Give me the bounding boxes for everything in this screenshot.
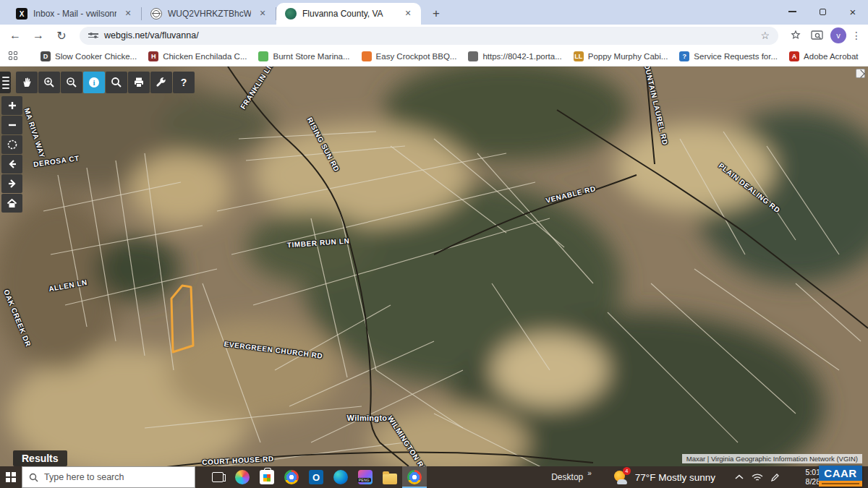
outlook-icon: O bbox=[309, 470, 323, 484]
task-view-icon bbox=[212, 472, 224, 482]
chrome-icon bbox=[284, 470, 299, 484]
start-button[interactable] bbox=[0, 466, 22, 488]
copilot-icon bbox=[235, 470, 250, 484]
designer-icon: PENG bbox=[358, 470, 373, 484]
tab-close-icon[interactable]: × bbox=[257, 8, 268, 20]
apps-grid-icon[interactable] bbox=[9, 51, 17, 61]
edge-icon bbox=[333, 470, 348, 484]
weather-text: 77°F Mostly sunny bbox=[635, 472, 715, 483]
forward-extent-button[interactable] bbox=[1, 174, 22, 193]
search-tabs-icon[interactable] bbox=[809, 27, 826, 44]
window-controls: × bbox=[777, 0, 868, 23]
globe-tab-favicon-icon bbox=[150, 8, 162, 20]
bookmark-list-icon[interactable] bbox=[787, 27, 804, 44]
geolocate-button[interactable] bbox=[1, 135, 22, 154]
bookmark-item[interactable]: AAdobe Acrobat bbox=[789, 51, 858, 61]
zoom-out-tool-button[interactable] bbox=[61, 72, 82, 93]
maximize-button[interactable] bbox=[807, 0, 838, 23]
identify-tool-button[interactable]: i bbox=[83, 72, 105, 93]
county-seal-favicon-icon bbox=[285, 8, 297, 20]
search-tool-button[interactable] bbox=[106, 72, 127, 93]
tab-close-icon[interactable]: × bbox=[402, 8, 414, 20]
forward-button[interactable]: → bbox=[29, 26, 48, 45]
map-menu-toggle[interactable] bbox=[0, 72, 11, 93]
show-hidden-icons-chevron[interactable] bbox=[734, 474, 744, 481]
clock-time: 5:01 bbox=[790, 468, 820, 477]
help-tool-button[interactable]: ? bbox=[173, 72, 195, 93]
chevron-expand-icon[interactable]: » bbox=[587, 469, 592, 477]
weather-widget[interactable]: 4 77°F Mostly sunny bbox=[613, 470, 715, 484]
file-explorer-taskbar-icon[interactable] bbox=[378, 466, 402, 488]
copilot-taskbar-icon[interactable] bbox=[230, 466, 255, 488]
pen-icon[interactable] bbox=[770, 473, 780, 482]
map-attribution: Maxar | Virginia Geographic Information … bbox=[682, 454, 862, 463]
bookmark-favicon-icon bbox=[468, 51, 478, 61]
bookmark-item[interactable]: ?Service Requests for... bbox=[679, 51, 778, 61]
bookmark-item[interactable]: https://8042-1.porta... bbox=[468, 51, 561, 61]
tab-close-icon[interactable]: × bbox=[122, 8, 134, 20]
back-extent-button[interactable] bbox=[1, 155, 22, 174]
caar-logo-orange-strip bbox=[819, 481, 862, 487]
bookmark-favicon-icon: D bbox=[41, 51, 51, 61]
bookmark-label: Poppy Murphy Cabi... bbox=[588, 52, 668, 61]
bookmark-label: Chicken Enchilada C... bbox=[163, 52, 247, 61]
new-tab-button[interactable]: + bbox=[427, 4, 446, 23]
bookmark-label: Slow Cooker Chicke... bbox=[55, 52, 137, 61]
wifi-icon[interactable] bbox=[752, 473, 763, 482]
close-window-button[interactable]: × bbox=[838, 0, 868, 23]
bookmark-item[interactable]: LLPoppy Murphy Cabi... bbox=[574, 51, 668, 61]
home-extent-button[interactable] bbox=[1, 194, 22, 213]
weather-sun-icon: 4 bbox=[613, 470, 629, 484]
results-panel-header[interactable]: Results bbox=[13, 450, 67, 466]
bookmark-item[interactable]: Burnt Store Marina... bbox=[258, 51, 349, 61]
zoom-out-button[interactable] bbox=[1, 116, 22, 134]
designer-taskbar-icon[interactable]: PENG bbox=[353, 466, 378, 488]
bookmark-item[interactable]: HChicken Enchilada C... bbox=[148, 51, 247, 61]
gis-map-viewport[interactable]: FRANKLIN LNMA RIVA WAYDEROSA CTRISING SU… bbox=[0, 67, 868, 466]
minimize-button[interactable] bbox=[777, 0, 807, 23]
bookmark-star-icon[interactable]: ☆ bbox=[760, 30, 770, 41]
map-tools-toolbar: i? bbox=[16, 72, 195, 93]
taskbar-clock[interactable]: 5:01 8/28 bbox=[790, 468, 820, 487]
map-zoom-toolbar bbox=[1, 96, 22, 213]
bookmark-favicon-icon: LL bbox=[574, 51, 584, 61]
chrome-active-icon bbox=[407, 470, 422, 484]
browser-menu-icon[interactable]: ⋮ bbox=[851, 30, 862, 41]
taskbar-search-box[interactable]: Type here to search bbox=[22, 466, 195, 488]
reload-button[interactable]: ↻ bbox=[52, 26, 71, 45]
pan-tool-button[interactable] bbox=[16, 72, 38, 93]
zoom-in-button[interactable] bbox=[1, 96, 22, 115]
url-text[interactable]: webgis.net/va/fluvanna/ bbox=[104, 30, 754, 40]
bookmark-label: Burnt Store Marina... bbox=[273, 52, 349, 61]
desktop-toolbar[interactable]: Desktop » bbox=[551, 472, 592, 482]
tab-title: Inbox - Mail - vwilsonrealtor@... bbox=[33, 9, 116, 19]
back-button[interactable]: ← bbox=[6, 26, 25, 45]
task-view-taskbar-icon[interactable] bbox=[205, 466, 230, 488]
address-bar[interactable]: webgis.net/va/fluvanna/ ☆ bbox=[80, 27, 778, 45]
clock-date: 8/28 bbox=[790, 477, 820, 487]
zoom-in-tool-button[interactable] bbox=[38, 72, 60, 93]
system-tray bbox=[734, 473, 780, 482]
microsoft-store-taskbar-icon[interactable] bbox=[255, 466, 279, 488]
app-badge: PENG bbox=[357, 478, 371, 482]
profile-avatar[interactable]: v bbox=[830, 27, 846, 43]
tab-wuq2[interactable]: WUQ2VHRKZTBhcWtHWVVjbX... × bbox=[142, 3, 276, 25]
map-overview-toggle-icon[interactable] bbox=[856, 69, 865, 78]
search-placeholder: Type here to search bbox=[44, 472, 124, 482]
bookmark-favicon-icon: ? bbox=[679, 51, 689, 61]
edge-taskbar-icon[interactable] bbox=[328, 466, 353, 488]
svg-text:?: ? bbox=[181, 77, 187, 88]
tab-title: Fluvanna County, VA bbox=[302, 9, 396, 19]
tools-tool-button[interactable] bbox=[150, 72, 172, 93]
site-settings-icon[interactable] bbox=[88, 33, 98, 38]
chrome-taskbar-icon[interactable] bbox=[279, 466, 304, 488]
bookmark-item[interactable]: DSlow Cooker Chicke... bbox=[41, 51, 137, 61]
tab-inbox-mail[interactable]: X Inbox - Mail - vwilsonrealtor@... × bbox=[7, 3, 141, 25]
chrome-active-taskbar-icon[interactable] bbox=[402, 466, 427, 488]
outlook-taskbar-icon[interactable]: O bbox=[304, 466, 328, 488]
tab-fluvanna-county-active[interactable]: Fluvanna County, VA × bbox=[276, 3, 421, 25]
print-tool-button[interactable] bbox=[128, 72, 150, 93]
bookmark-item[interactable]: Easy Crockpot BBQ... bbox=[362, 51, 457, 61]
microsoft-store-icon bbox=[260, 470, 274, 484]
search-icon bbox=[29, 473, 38, 482]
